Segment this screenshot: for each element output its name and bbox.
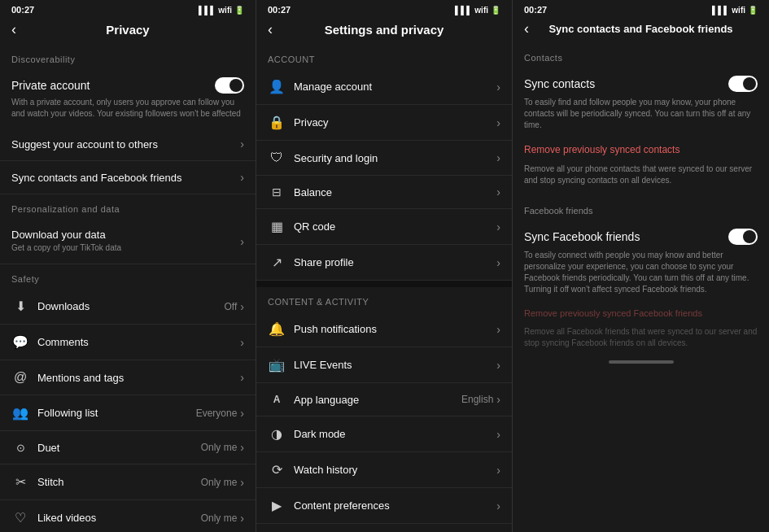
fb-toggle-knob: [743, 230, 756, 243]
contacts-section-label: Contacts: [513, 43, 769, 68]
language-value: English: [461, 394, 493, 405]
comments-item[interactable]: 💬 Comments ›: [0, 325, 256, 360]
personalization-label: Personalization and data: [0, 194, 256, 219]
comments-icon: 💬: [11, 334, 29, 350]
nav-title-3: Sync contacts and Facebook friends: [548, 23, 732, 35]
sync-fb-label: Sync Facebook friends: [524, 230, 728, 243]
chevron-icon: ›: [240, 137, 244, 150]
following-list-item[interactable]: 👥 Following list Everyone ›: [0, 395, 256, 431]
sync-contacts-row[interactable]: Sync contacts: [513, 68, 769, 95]
manage-account-item[interactable]: 👤 Manage account ›: [256, 69, 512, 105]
push-notif-item[interactable]: 🔔 Push notifications ›: [256, 312, 512, 347]
security-text: Security and login: [294, 152, 496, 164]
chevron-icon-9: ›: [240, 476, 244, 489]
discoverability-label: Discoverability: [0, 45, 256, 69]
live-text: LIVE Events: [294, 359, 496, 371]
content-pref-item[interactable]: ▶ Content preferences ›: [256, 488, 512, 524]
sync-contacts-item[interactable]: Sync contacts and Facebook friends ›: [0, 161, 256, 194]
dark-text: Dark mode: [294, 428, 496, 440]
ads-item[interactable]: 📢 Ads ›: [256, 524, 512, 532]
live-events-item[interactable]: 📺 LIVE Events ›: [256, 347, 512, 383]
mentions-text: Mentions and tags: [37, 372, 240, 384]
wifi-icon: wifi: [218, 6, 232, 15]
mentions-item[interactable]: @ Mentions and tags ›: [0, 360, 256, 395]
language-text: App language: [294, 394, 461, 406]
liked-text: Liked videos: [37, 512, 201, 524]
nav-header-2: ‹ Settings and privacy: [256, 18, 512, 45]
time-3: 00:27: [524, 5, 547, 15]
back-button-3[interactable]: ‹: [524, 20, 529, 37]
dark-mode-item[interactable]: ◑ Dark mode ›: [256, 416, 512, 452]
sync-screen: 00:27 ▌▌▌ wifi 🔋 ‹ Sync contacts and Fac…: [513, 0, 769, 532]
chevron-s7: ›: [496, 323, 500, 336]
chevron-s1: ›: [496, 81, 500, 94]
sync-fb-row[interactable]: Sync Facebook friends: [513, 220, 769, 248]
privacy-item[interactable]: 🔒 Privacy ›: [256, 105, 512, 141]
duet-icon: ⊙: [11, 442, 29, 454]
remove-contacts-link[interactable]: Remove previously synced contacts: [513, 137, 769, 162]
comments-text: Comments: [37, 336, 240, 348]
battery-icon: 🔋: [234, 6, 244, 15]
private-account-toggle[interactable]: [215, 77, 244, 94]
chevron-icon-7: ›: [240, 407, 244, 420]
downloads-text: Downloads: [37, 300, 225, 312]
download-data-item[interactable]: Download your data Get a copy of your Ti…: [0, 219, 256, 264]
account-section-label: ACCOUNT: [256, 45, 512, 69]
chevron-s6: ›: [496, 256, 500, 269]
app-language-item[interactable]: A App language English ›: [256, 383, 512, 416]
suggest-account-item[interactable]: Suggest your account to others ›: [0, 128, 256, 161]
sync-contacts-label: Sync contacts: [524, 77, 728, 90]
stitch-item[interactable]: ✂ Stitch Only me ›: [0, 464, 256, 500]
chevron-icon-5: ›: [240, 336, 244, 349]
private-account-desc: With a private account, only users you a…: [0, 97, 256, 128]
chevron-s10: ›: [496, 428, 500, 441]
chevron-s3: ›: [496, 151, 500, 164]
time-2: 00:27: [268, 5, 291, 15]
signal-icon-2: ▌▌▌: [455, 6, 472, 15]
privacy-icon: 🔒: [268, 115, 286, 130]
nav-title-1: Privacy: [106, 23, 149, 37]
stitch-text: Stitch: [37, 476, 201, 488]
section-divider: [256, 281, 512, 287]
duet-text: Duet: [37, 442, 201, 454]
liked-videos-item[interactable]: ♡ Liked videos Only me ›: [0, 500, 256, 532]
duet-item[interactable]: ⊙ Duet Only me ›: [0, 431, 256, 464]
nav-header-1: ‹ Privacy: [0, 18, 256, 45]
following-text: Following list: [37, 407, 196, 419]
privacy-text: Privacy: [294, 116, 496, 129]
suggest-account-text: Suggest your account to others: [11, 138, 240, 150]
chevron-s12: ›: [496, 499, 500, 512]
manage-text: Manage account: [294, 81, 496, 93]
chevron-icon-4: ›: [240, 300, 244, 313]
qr-item[interactable]: ▦ QR code ›: [256, 209, 512, 245]
qr-icon: ▦: [268, 219, 286, 234]
back-button-2[interactable]: ‹: [268, 21, 273, 38]
privacy-content: Discoverability Private account With a p…: [0, 45, 256, 532]
private-account-row[interactable]: Private account: [0, 69, 256, 97]
share-profile-item[interactable]: ↗ Share profile ›: [256, 245, 512, 281]
sync-fb-toggle[interactable]: [728, 229, 758, 245]
battery-icon-2: 🔋: [491, 6, 500, 15]
dark-icon: ◑: [268, 426, 286, 442]
remove-fb-desc: Remove all Facebook friends that were sy…: [513, 325, 769, 355]
push-text: Push notifications: [294, 323, 496, 335]
security-item[interactable]: 🛡 Security and login ›: [256, 141, 512, 176]
history-text: Watch history: [294, 464, 496, 476]
content-section-label: CONTENT & ACTIVITY: [256, 287, 512, 312]
share-icon: ↗: [268, 255, 286, 270]
back-button-1[interactable]: ‹: [11, 21, 16, 38]
chevron-icon-6: ›: [240, 371, 244, 384]
private-account-label: Private account: [11, 79, 215, 92]
battery-icon-3: 🔋: [748, 6, 758, 15]
download-data-desc: Get a copy of your TikTok data: [11, 241, 240, 254]
settings-content: ACCOUNT 👤 Manage account › 🔒 Privacy › 🛡…: [256, 45, 512, 532]
download-data-text: Download your data: [11, 229, 240, 241]
status-bar-1: 00:27 ▌▌▌ wifi 🔋: [0, 0, 256, 18]
downloads-item[interactable]: ⬇ Downloads Off ›: [0, 289, 256, 325]
status-bar-3: 00:27 ▌▌▌ wifi 🔋: [513, 0, 769, 18]
chevron-s5: ›: [496, 220, 500, 233]
watch-history-item[interactable]: ⟳ Watch history ›: [256, 452, 512, 488]
remove-contacts-desc: Remove all your phone contacts that were…: [513, 162, 769, 193]
sync-contacts-toggle[interactable]: [728, 76, 758, 92]
balance-item[interactable]: ⊟ Balance ›: [256, 176, 512, 209]
